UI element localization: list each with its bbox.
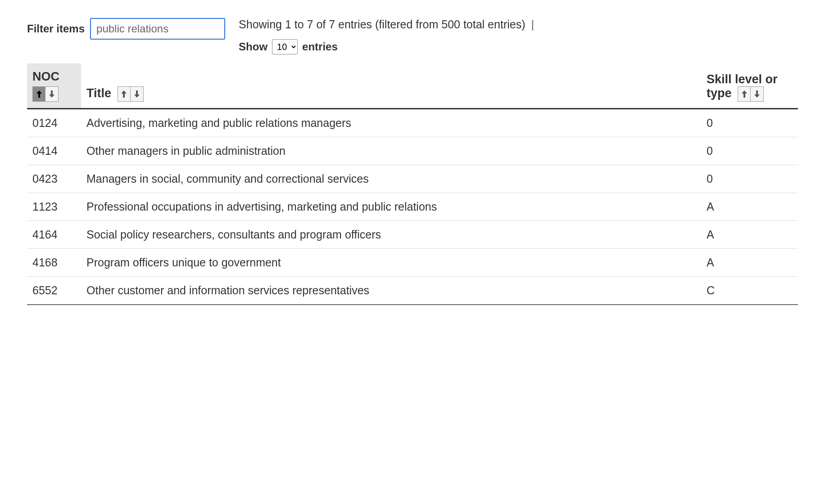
table-row: 6552 Other customer and information serv… xyxy=(27,277,798,305)
cell-noc: 4164 xyxy=(27,221,81,249)
column-label-noc: NOC xyxy=(32,70,76,84)
cell-skill: C xyxy=(701,277,798,305)
table-controls: Filter items Showing 1 to 7 of 7 entries… xyxy=(27,18,798,54)
filter-input[interactable] xyxy=(90,18,225,40)
arrow-up-icon xyxy=(741,90,748,98)
filter-group: Filter items xyxy=(27,18,225,40)
arrow-down-icon xyxy=(133,90,141,98)
column-label-title: Title xyxy=(86,86,111,100)
cell-title: Social policy researchers, consultants a… xyxy=(81,221,701,249)
cell-title: Professional occupations in advertising,… xyxy=(81,193,701,221)
sort-desc-button[interactable] xyxy=(751,87,763,101)
arrow-up-icon xyxy=(36,90,43,98)
right-controls: Showing 1 to 7 of 7 entries (filtered fr… xyxy=(239,18,534,54)
column-header-title: Title xyxy=(81,63,701,109)
cell-skill: 0 xyxy=(701,137,798,165)
showing-entries-text: Showing 1 to 7 of 7 entries (filtered fr… xyxy=(239,18,534,31)
sort-asc-button[interactable] xyxy=(118,87,131,101)
arrow-up-icon xyxy=(120,90,127,98)
filter-label: Filter items xyxy=(27,22,85,35)
show-entries-suffix: entries xyxy=(302,40,338,53)
cell-skill: 0 xyxy=(701,109,798,137)
sort-controls-skill xyxy=(738,86,764,102)
sort-controls-noc xyxy=(32,86,59,102)
cell-noc: 6552 xyxy=(27,277,81,305)
table-row: 4164 Social policy researchers, consulta… xyxy=(27,221,798,249)
cell-noc: 0124 xyxy=(27,109,81,137)
cell-noc: 0414 xyxy=(27,137,81,165)
cell-noc: 4168 xyxy=(27,249,81,277)
table-body: 0124 Advertising, marketing and public r… xyxy=(27,109,798,305)
cell-skill: A xyxy=(701,249,798,277)
table-row: 1123 Professional occupations in adverti… xyxy=(27,193,798,221)
cell-title: Other customer and information services … xyxy=(81,277,701,305)
noc-table: NOC Title xyxy=(27,63,798,305)
cell-skill: A xyxy=(701,221,798,249)
column-header-skill: Skill level or type xyxy=(701,63,798,109)
sort-asc-button[interactable] xyxy=(33,87,45,101)
arrow-down-icon xyxy=(753,90,761,98)
table-row: 0423 Managers in social, community and c… xyxy=(27,165,798,193)
sort-asc-button[interactable] xyxy=(738,87,751,101)
show-entries-group: Show 10 entries xyxy=(239,39,534,54)
cell-skill: 0 xyxy=(701,165,798,193)
cell-skill: A xyxy=(701,193,798,221)
cell-title: Program officers unique to government xyxy=(81,249,701,277)
table-row: 0414 Other managers in public administra… xyxy=(27,137,798,165)
arrow-down-icon xyxy=(48,90,55,98)
cell-noc: 0423 xyxy=(27,165,81,193)
divider-pipe: | xyxy=(528,18,534,31)
sort-desc-button[interactable] xyxy=(131,87,143,101)
cell-title: Advertising, marketing and public relati… xyxy=(81,109,701,137)
cell-title: Other managers in public administration xyxy=(81,137,701,165)
sort-controls-title xyxy=(118,86,144,102)
show-entries-prefix: Show xyxy=(239,40,267,53)
cell-noc: 1123 xyxy=(27,193,81,221)
table-row: 4168 Program officers unique to governme… xyxy=(27,249,798,277)
entries-select[interactable]: 10 xyxy=(272,39,298,54)
column-header-noc: NOC xyxy=(27,63,81,109)
showing-text-value: Showing 1 to 7 of 7 entries (filtered fr… xyxy=(239,18,525,31)
cell-title: Managers in social, community and correc… xyxy=(81,165,701,193)
table-row: 0124 Advertising, marketing and public r… xyxy=(27,109,798,137)
sort-desc-button[interactable] xyxy=(45,87,58,101)
